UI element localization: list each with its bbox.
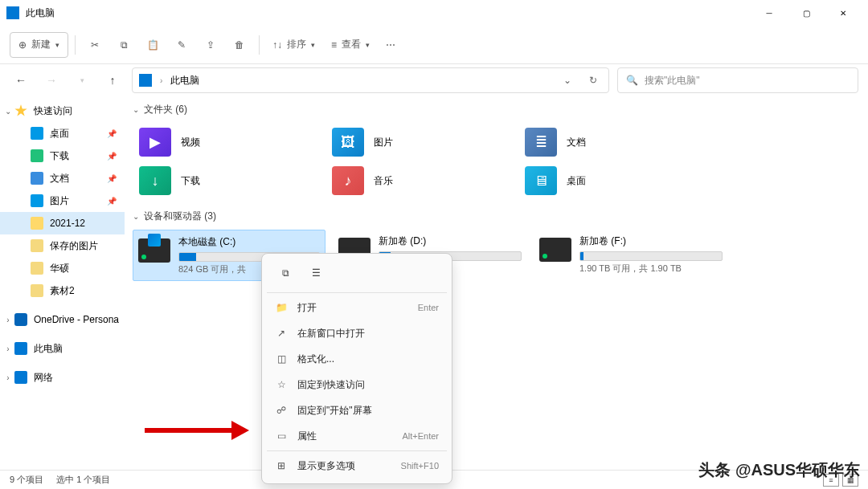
address-dropdown[interactable]: ⌄ [559, 75, 576, 86]
back-button[interactable]: ← [10, 69, 32, 92]
view-icon: ≡ [331, 39, 337, 51]
pc-icon [139, 74, 152, 87]
download-icon [31, 149, 43, 162]
sidebar-item-2021-12[interactable]: 2021-12 [0, 212, 125, 234]
recent-button[interactable]: ▾ [71, 69, 93, 92]
ctx-open[interactable]: 📁 打开 Enter [267, 295, 447, 320]
ctx-properties[interactable]: ▭ 属性 Alt+Enter [267, 423, 447, 449]
sidebar-label: 2021-12 [50, 218, 85, 229]
new-label: 新建 [31, 38, 51, 51]
rename-button[interactable]: ✎ [169, 32, 194, 58]
new-button[interactable]: ⊕ 新建 ▾ [10, 32, 68, 58]
drive-capacity-bar [579, 251, 723, 261]
more-icon: ⊞ [275, 460, 288, 471]
cut-button[interactable]: ✂ [82, 32, 108, 58]
chevron-down-icon: ▾ [55, 41, 59, 49]
maximize-button[interactable]: ▢ [788, 0, 825, 26]
sidebar-item-desktop[interactable]: 桌面 📌 [0, 122, 125, 145]
rename-icon: ✎ [175, 39, 188, 51]
more-button[interactable]: ⋯ [379, 32, 402, 58]
chevron-right-icon: › [160, 76, 162, 85]
copy-icon: ⧉ [282, 267, 289, 279]
folder-icon [31, 262, 43, 275]
search-input[interactable]: 🔍 搜索"此电脑" [617, 67, 858, 93]
group-drives-header[interactable]: ⌄ 设备和驱动器 (3) [133, 210, 868, 223]
downloads-icon: ↓ [139, 166, 171, 195]
ctx-format[interactable]: ◫ 格式化... [267, 346, 447, 372]
sidebar-item-material2[interactable]: 素材2 [0, 279, 125, 302]
format-icon: ◫ [275, 353, 288, 365]
folder-downloads[interactable]: ↓ 下载 [133, 161, 326, 200]
sidebar-item-pictures[interactable]: 图片 📌 [0, 189, 125, 212]
sidebar-item-documents[interactable]: 文档 📌 [0, 167, 125, 189]
chevron-down-icon: ⌄ [133, 212, 139, 221]
share-icon: ⇪ [204, 39, 217, 51]
paste-icon: 📋 [146, 39, 159, 51]
drive-icon [138, 238, 170, 263]
group-title: 文件夹 (6) [144, 103, 187, 116]
app-icon [6, 6, 19, 19]
group-folders-header[interactable]: ⌄ 文件夹 (6) [133, 103, 868, 116]
network-icon [14, 371, 27, 384]
delete-button[interactable]: 🗑 [227, 32, 252, 58]
ctx-pin-quick[interactable]: ☆ 固定到快速访问 [267, 372, 447, 397]
address-bar[interactable]: › 此电脑 ⌄ ↻ [132, 67, 609, 93]
minimize-button[interactable]: ─ [751, 0, 788, 26]
sidebar-label: 图片 [50, 194, 69, 208]
pin-icon: 📌 [107, 129, 117, 138]
refresh-button[interactable]: ↻ [584, 75, 602, 86]
more-icon: ⋯ [386, 39, 395, 51]
item-count: 9 个项目 [10, 474, 43, 486]
pin-icon: ☍ [275, 405, 288, 416]
sidebar-network[interactable]: › 网络 [0, 366, 125, 389]
drive-icon [539, 238, 571, 262]
ctx-label: 打开 [297, 301, 317, 315]
separator [75, 35, 76, 55]
folder-music[interactable]: ♪ 音乐 [326, 161, 518, 200]
folder-videos[interactable]: ▶ 视频 [133, 123, 326, 161]
close-button[interactable]: ✕ [825, 0, 862, 26]
ctx-pin-start[interactable]: ☍ 固定到"开始"屏幕 [267, 397, 447, 423]
share-button[interactable]: ⇪ [198, 32, 223, 58]
group-title: 设备和驱动器 (3) [144, 210, 216, 223]
navbar: ← → ▾ ↑ › 此电脑 ⌄ ↻ 🔍 搜索"此电脑" [0, 64, 868, 96]
folder-pictures[interactable]: 🖼 图片 [326, 123, 518, 161]
folder-label: 音乐 [374, 174, 393, 188]
delete-icon: 🗑 [233, 39, 246, 51]
ctx-copy-button[interactable]: ⧉ [272, 262, 299, 284]
sidebar-label: OneDrive - Persona [34, 314, 119, 325]
view-button[interactable]: ≡ 查看 ▾ [325, 32, 376, 58]
pin-icon: 📌 [107, 174, 117, 183]
sort-button[interactable]: ↑↓ 排序 ▾ [266, 32, 321, 58]
ctx-open-new-window[interactable]: ↗ 在新窗口中打开 [267, 320, 447, 346]
sidebar-item-asus[interactable]: 华硕 [0, 257, 125, 279]
sidebar-label: 快速访问 [34, 104, 72, 118]
forward-button[interactable]: → [40, 69, 63, 92]
sidebar-item-saved-pics[interactable]: 保存的图片 [0, 234, 125, 257]
drive-f[interactable]: 新加卷 (F:) 1.90 TB 可用，共 1.90 TB [534, 230, 727, 281]
separator [259, 35, 260, 55]
watermark: 头条 @ASUS华硕华东 [698, 459, 860, 481]
up-button[interactable]: ↑ [101, 69, 124, 92]
folder-desktop[interactable]: 🖥 桌面 [518, 161, 711, 200]
sidebar-this-pc[interactable]: › 此电脑 [0, 337, 125, 360]
ctx-rename-button[interactable]: ☰ [302, 262, 330, 284]
sidebar-onedrive[interactable]: › OneDrive - Persona [0, 308, 125, 331]
folder-documents[interactable]: ≣ 文档 [518, 123, 711, 161]
copy-icon: ⧉ [117, 39, 130, 51]
pictures-icon [31, 194, 43, 207]
sidebar-label: 华硕 [50, 262, 69, 275]
copy-button[interactable]: ⧉ [111, 32, 137, 58]
folder-icon [31, 239, 43, 252]
separator [267, 450, 447, 451]
sidebar-quick-access[interactable]: ⌄ 快速访问 [0, 100, 125, 122]
paste-button[interactable]: 📋 [140, 32, 166, 58]
chevron-right-icon: › [3, 344, 13, 353]
sidebar-label: 文档 [50, 172, 69, 185]
drive-name: 新加卷 (D:) [379, 234, 522, 248]
content-pane: ⌄ 文件夹 (6) ▶ 视频 🖼 图片 ≣ 文档 ↓ 下载 ♪ 音乐 [125, 96, 868, 470]
sidebar-label: 桌面 [50, 127, 69, 141]
ctx-show-more[interactable]: ⊞ 显示更多选项 Shift+F10 [267, 453, 447, 479]
chevron-right-icon: › [3, 373, 13, 382]
sidebar-item-downloads[interactable]: 下载 📌 [0, 145, 125, 167]
